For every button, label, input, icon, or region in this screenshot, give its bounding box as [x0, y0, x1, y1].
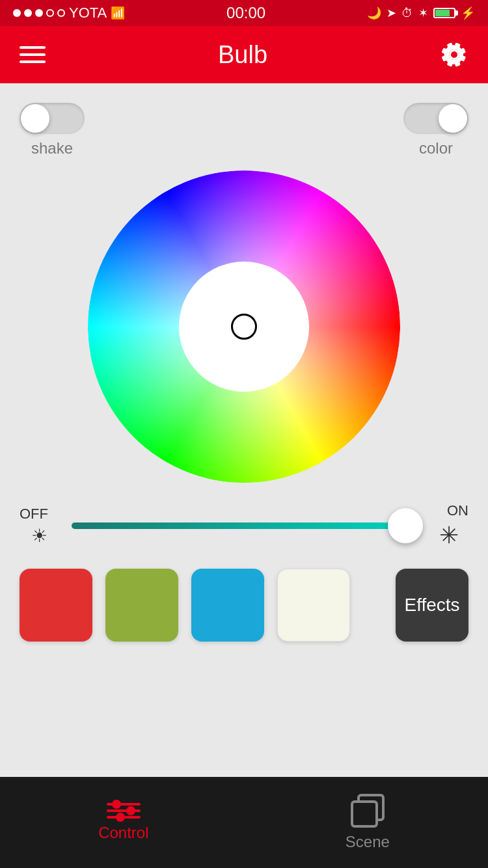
control-line-1 [107, 803, 141, 806]
color-toggle-knob [439, 104, 467, 133]
brightness-slider-knob[interactable] [388, 508, 423, 543]
effects-button[interactable]: Effects [396, 569, 468, 642]
battery-fill [435, 10, 450, 16]
tab-bar: Control Scene [0, 777, 488, 868]
swatch-blue[interactable] [191, 569, 264, 642]
header: Bulb [0, 26, 488, 83]
status-left: YOTA 📶 [13, 5, 125, 21]
brightness-low-icon: ☀ [31, 525, 47, 547]
control-tab-label: Control [98, 824, 148, 842]
swatch-red[interactable] [20, 569, 92, 642]
battery-icon [433, 8, 455, 18]
swatch-white[interactable] [277, 569, 350, 642]
control-line-2 [107, 809, 141, 812]
bluetooth-icon: ✶ [418, 6, 428, 20]
color-label: color [419, 139, 453, 157]
shake-toggle-group: shake [20, 103, 85, 157]
toggles-row: shake color [20, 103, 468, 157]
effects-label: Effects [404, 595, 459, 616]
signal-dots [13, 9, 65, 17]
status-bar: YOTA 📶 00:00 🌙 ➤ ⏱ ✶ ⚡ [0, 0, 488, 26]
brightness-on-label: ON [429, 502, 468, 519]
brightness-high-icon: ✳ [439, 522, 459, 549]
carrier-label: YOTA [69, 5, 107, 21]
signal-dot-2 [24, 9, 32, 17]
shake-toggle-knob [21, 104, 49, 133]
control-dot-1 [112, 800, 121, 809]
tab-control[interactable]: Control [98, 803, 148, 842]
signal-dot-5 [57, 9, 65, 17]
shake-label: shake [31, 139, 73, 157]
hamburger-line-1 [20, 46, 46, 49]
scene-rect-front [351, 800, 378, 828]
brightness-off-label: OFF [20, 506, 59, 522]
swatch-olive[interactable] [105, 569, 178, 642]
color-toggle[interactable] [403, 103, 468, 134]
color-wheel-container[interactable] [88, 170, 400, 483]
color-wheel-cursor [231, 314, 257, 340]
control-dot-2 [126, 806, 135, 815]
tab-bar-spacer [0, 655, 488, 746]
signal-dot-1 [13, 9, 21, 17]
location-icon: ➤ [386, 6, 396, 20]
charging-icon: ⚡ [461, 6, 475, 20]
scene-tab-label: Scene [346, 833, 390, 851]
menu-button[interactable] [20, 46, 46, 63]
color-wheel-center [179, 262, 309, 392]
main-content: shake color OFF ☀ ON ✳ [0, 83, 488, 655]
page-title: Bulb [218, 41, 267, 69]
settings-button[interactable] [440, 40, 468, 69]
tab-scene[interactable]: Scene [346, 794, 390, 851]
signal-dot-4 [46, 9, 54, 17]
brightness-slider-container [72, 519, 416, 532]
brightness-row: OFF ☀ ON ✳ [20, 502, 468, 549]
status-time: 00:00 [226, 4, 265, 22]
status-right: 🌙 ➤ ⏱ ✶ ⚡ [367, 6, 475, 20]
wifi-icon: 📶 [111, 6, 125, 20]
control-dot-3 [116, 813, 125, 822]
clock-badge-icon: ⏱ [401, 7, 413, 20]
signal-dot-3 [35, 9, 43, 17]
brightness-slider-track[interactable] [72, 522, 416, 529]
control-line-3 [107, 816, 141, 819]
color-toggle-group: color [403, 103, 468, 157]
shake-toggle[interactable] [20, 103, 85, 134]
scene-icon [351, 794, 385, 828]
control-icon [107, 803, 141, 819]
hamburger-line-2 [20, 53, 46, 56]
swatches-row: Effects [20, 569, 468, 642]
moon-icon: 🌙 [367, 6, 381, 20]
hamburger-line-3 [20, 61, 46, 63]
